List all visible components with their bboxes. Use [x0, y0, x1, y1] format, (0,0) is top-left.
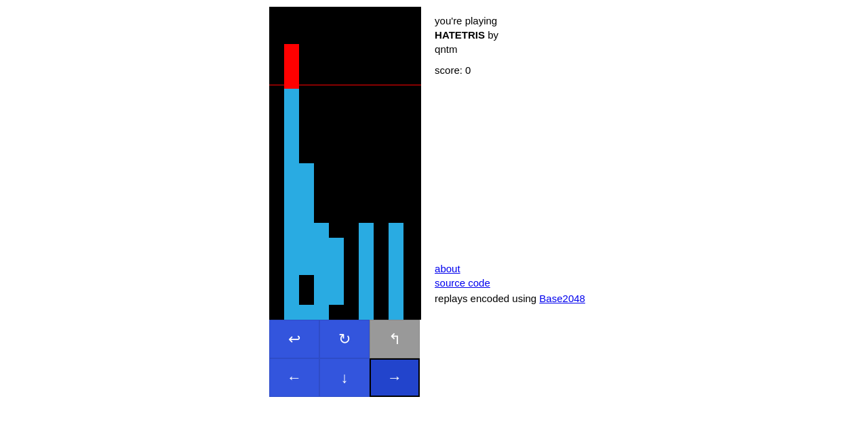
- game-name: HATETRIS: [435, 29, 485, 41]
- black-hole-1: [299, 275, 314, 290]
- cyan-bottom-2: [359, 305, 374, 320]
- left-button[interactable]: ←: [269, 358, 319, 397]
- controls-row-bottom: ← ↓ →: [269, 358, 420, 397]
- cyan-bottom-3: [389, 305, 403, 320]
- author-name: qntm: [435, 43, 457, 55]
- red-piece-2: [284, 74, 299, 89]
- down-button[interactable]: ↓: [319, 358, 370, 397]
- black-bottom-1: [329, 305, 344, 320]
- black-bottom-4: [403, 305, 421, 320]
- info-panel: you're playingHATETRIS byqntm score: 0 a…: [421, 7, 599, 314]
- main-container: ↩ ↻ ↰ ← ↓ → you're playingHATETRIS byqnt…: [269, 7, 599, 397]
- replay-button[interactable]: ↰: [370, 320, 420, 358]
- black-hole-2: [299, 290, 314, 305]
- controls-section: ↩ ↻ ↰ ← ↓ →: [269, 320, 420, 397]
- replays-text: replays encoded using Base2048: [435, 291, 585, 307]
- playing-text: you're playingHATETRIS byqntm: [435, 14, 585, 56]
- score-display: score: 0: [435, 64, 585, 76]
- game-canvas: [269, 7, 421, 320]
- black-bottom-3: [374, 305, 389, 320]
- by-text: by: [488, 29, 498, 41]
- base2048-link[interactable]: Base2048: [539, 293, 585, 304]
- score-label: score: 0: [435, 64, 471, 76]
- about-link[interactable]: about: [435, 263, 585, 274]
- controls-row-top: ↩ ↻ ↰: [269, 320, 420, 358]
- black-bottom-2: [344, 305, 359, 320]
- links-section: about source code replays encoded using …: [435, 263, 585, 307]
- red-piece-1: [284, 44, 299, 74]
- cyan-bottom-1: [284, 305, 329, 320]
- undo-button[interactable]: ↩: [269, 320, 319, 358]
- redo-button[interactable]: ↻: [319, 320, 370, 358]
- source-code-link[interactable]: source code: [435, 277, 585, 289]
- playing-prefix: you're playing: [435, 15, 497, 26]
- cyan-col-1: [284, 89, 299, 320]
- right-button[interactable]: →: [370, 358, 420, 397]
- game-area: ↩ ↻ ↰ ← ↓ →: [269, 7, 421, 397]
